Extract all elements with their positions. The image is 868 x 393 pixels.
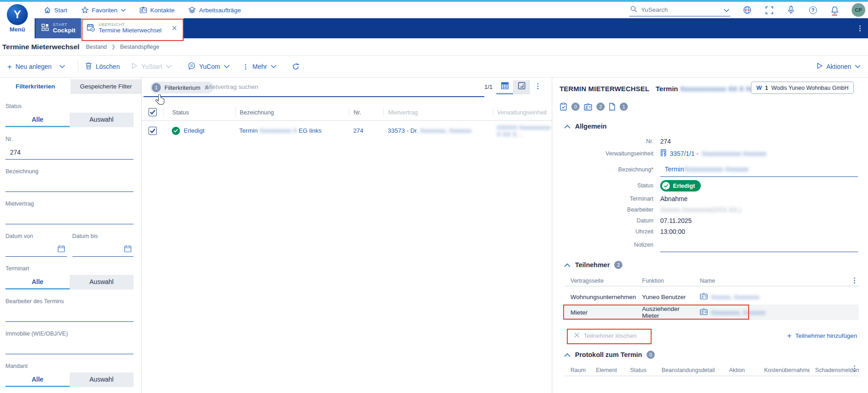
microphone-icon[interactable] <box>786 5 796 15</box>
header-right-cluster: YuSearch ? CP <box>629 2 865 18</box>
tab-cockpit[interactable]: START Cockpit <box>36 18 81 38</box>
mandant-auswahl-option[interactable]: Auswahl <box>70 372 134 387</box>
column-status[interactable]: Status <box>163 107 235 117</box>
help-icon[interactable]: ? <box>808 5 818 15</box>
teilnehmer-row-selected[interactable]: Mieter Ausziehender Mieter Xxxxxxxxx, Xx… <box>565 305 859 320</box>
terminart-auswahl-option[interactable]: Auswahl <box>70 275 134 290</box>
status-badge[interactable]: Erledigt <box>660 180 701 191</box>
datum-von-input[interactable] <box>5 243 67 257</box>
more-button[interactable]: ⋮ Mehr <box>242 56 277 77</box>
notizen-input[interactable] <box>660 238 858 252</box>
new-dropdown-chevron[interactable] <box>59 56 65 77</box>
row-mietvertrag[interactable]: 33573 - Dr. Xxxxxxxx, Xxxxxxx <box>383 127 493 134</box>
datum-bis-input[interactable] <box>72 243 134 257</box>
table-row[interactable]: Erledigt Termin Xxxxxxxxxx X EG links 27… <box>142 121 552 140</box>
column-verwaltungseinheit[interactable]: Verwaltungseinheit <box>493 107 552 117</box>
notifications-bell-icon[interactable] <box>830 5 840 15</box>
terminart-alle-option[interactable]: Alle <box>5 275 70 290</box>
redacted-text: Xxxxxx, Xxxxxxxx <box>711 294 760 300</box>
calendar-clock-icon <box>87 23 95 34</box>
tasks-clipboard-icon[interactable] <box>560 103 567 111</box>
chevron-down-icon[interactable] <box>724 6 729 14</box>
app-menu[interactable]: Y Menü <box>0 2 35 39</box>
section-allgemein-header[interactable]: Allgemein <box>564 122 860 130</box>
documents-icon[interactable] <box>609 103 616 111</box>
teilnehmer-hinzufuegen-button[interactable]: + Teilnehmer hinzufügen <box>787 332 857 340</box>
tab-termine-mieterwechsel[interactable]: ÜBERSICHT Termine Mieterwechsel ✕ <box>81 18 184 38</box>
bearbeiter-filter-input[interactable] <box>5 308 134 322</box>
mandant-alle-option[interactable]: Alle <box>5 372 70 387</box>
tabbar-kebab-icon[interactable]: ⋮ <box>857 18 863 38</box>
row-verwaltungseinheit: XXXXX Xxxxxxxxxx X XX X… <box>493 124 552 138</box>
teilnehmer-row[interactable]: Wohnungsunternehmen Yuneo Benutzer Xxxxx… <box>565 289 859 305</box>
contacts-card-icon[interactable] <box>584 103 592 111</box>
column-beanstandungsdetail[interactable]: Beanstandungsdetail <box>656 367 724 373</box>
tab-gespeicherte-filter[interactable]: Gespeicherte Filter <box>71 79 141 93</box>
breadcrumb-bestand[interactable]: Bestand <box>86 44 107 50</box>
column-funktion[interactable]: Funktion <box>637 278 694 284</box>
nr-filter-input[interactable]: 274 <box>5 145 134 160</box>
speech-bubble-icon <box>188 62 195 71</box>
calendar-icon[interactable] <box>124 245 132 254</box>
bezeichnung-filter-input[interactable] <box>5 178 134 192</box>
breadcrumb-bestandspflege[interactable]: Bestandspflege <box>120 44 159 50</box>
protokoll-kebab-icon[interactable]: ⋮ <box>846 364 858 372</box>
column-element[interactable]: Element <box>591 367 625 373</box>
plus-icon: + <box>7 63 12 71</box>
mandant-chip[interactable]: W 1 Wodis Yuneo Wohnbau GmbH <box>751 82 854 94</box>
column-bezeichnung[interactable]: Bezeichnung <box>235 107 349 117</box>
teilnehmer-kebab-icon[interactable]: ⋮ <box>851 276 858 284</box>
aktionen-button-label: Aktionen <box>827 63 851 70</box>
globe-icon[interactable] <box>742 5 752 15</box>
mietvertrag-filter-input[interactable] <box>5 210 134 224</box>
list-kebab-icon[interactable]: ⋮ <box>534 82 541 90</box>
filter-chip[interactable]: 1 Filterkriterium ✕ <box>150 82 214 93</box>
column-name[interactable]: Name <box>694 278 859 284</box>
table-view-button[interactable] <box>496 80 513 94</box>
status-filter-label: Status <box>5 103 134 109</box>
new-button[interactable]: + Neu anlegen <box>7 56 51 77</box>
delete-button[interactable]: Löschen <box>85 56 120 77</box>
yucom-button[interactable]: YuCom <box>188 56 230 77</box>
list-search-placeholder[interactable]: Mietvertrag suchen <box>206 83 258 90</box>
yustart-button[interactable]: YuStart <box>131 56 172 77</box>
user-avatar[interactable]: CP <box>852 3 865 17</box>
bezeichnung-input[interactable]: Termin Xxxxxxxxxxxx Xxxxxxx <box>660 162 858 177</box>
nav-kontakte[interactable]: Kontakte <box>139 6 175 14</box>
column-raum[interactable]: Raum <box>565 367 591 373</box>
detail-title: TERMIN MIETERWECHSEL <box>560 85 649 93</box>
nav-arbeitsauftraege[interactable]: Arbeitsaufträge <box>188 6 241 14</box>
field-uhrzeit-value: 13:00:00 <box>660 228 685 235</box>
column-nr[interactable]: Nr. <box>349 107 383 117</box>
column-kostenuebernahme[interactable]: Kostenübernahme <box>759 367 810 373</box>
field-ve-value[interactable]: 3357/1/1 - Xxxxxxxxxxxx Xxxxxxx <box>660 149 766 158</box>
refresh-button[interactable] <box>292 56 300 77</box>
status-alle-option[interactable]: Alle <box>5 113 70 127</box>
tasks-count-badge: 0 <box>571 103 580 111</box>
table-grid-icon <box>501 82 509 92</box>
nav-start[interactable]: Start <box>44 6 67 14</box>
column-aktion[interactable]: Aktion <box>724 367 759 373</box>
aktionen-button[interactable]: Aktionen <box>817 56 861 77</box>
row-checkbox[interactable] <box>149 127 157 135</box>
status-auswahl-option[interactable]: Auswahl <box>70 113 134 127</box>
fullscreen-icon[interactable] <box>764 5 774 15</box>
mandant-filter-label: Mandant <box>5 363 134 369</box>
section-teilnehmer-header[interactable]: Teilnehmer 2 <box>564 261 860 269</box>
teilnehmer-loeschen-button[interactable]: Teilnehmer löschen <box>570 330 640 341</box>
calendar-icon[interactable] <box>57 245 65 254</box>
tab-filterkriterien[interactable]: Filterkriterien <box>0 79 71 93</box>
column-status[interactable]: Status <box>625 367 656 373</box>
yusearch-input[interactable]: YuSearch <box>629 4 730 16</box>
protokoll-count-badge: 0 <box>647 351 655 359</box>
detail-view-button[interactable] <box>513 80 530 94</box>
tab-active-label: Termine Mieterwechsel <box>99 27 162 34</box>
column-vertragsseite[interactable]: Vertragsseite <box>565 278 637 284</box>
section-protokoll-header[interactable]: Protokoll zum Termin 0 <box>564 351 860 359</box>
row-bezeichnung-link[interactable]: Termin Xxxxxxxxxx X EG links <box>235 127 349 134</box>
immobilie-filter-input[interactable] <box>5 340 134 354</box>
tab-close-icon[interactable]: ✕ <box>172 24 178 32</box>
select-all-checkbox[interactable] <box>149 108 157 116</box>
nav-favoriten[interactable]: Favoriten <box>81 6 126 14</box>
column-mietvertrag[interactable]: Mietvertrag <box>383 107 493 117</box>
